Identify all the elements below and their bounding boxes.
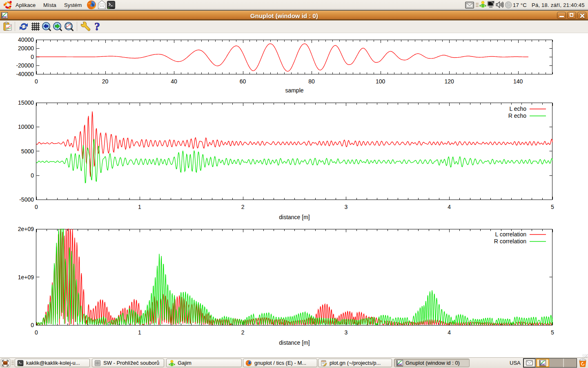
svg-text:0: 0 (31, 172, 34, 179)
svg-text:2: 2 (241, 204, 245, 210)
svg-text:0: 0 (31, 322, 34, 328)
svg-text:60: 60 (240, 78, 246, 85)
svg-text:-40000: -40000 (16, 71, 34, 77)
svg-text:sample: sample (285, 87, 303, 94)
svg-text:2e+09: 2e+09 (18, 226, 34, 232)
svg-text:-20000: -20000 (16, 62, 34, 69)
svg-text:4: 4 (448, 204, 451, 210)
svg-text:5: 5 (551, 329, 554, 336)
svg-text:distance [m]: distance [m] (279, 214, 310, 220)
svg-text:140: 140 (513, 78, 523, 85)
svg-text:20: 20 (102, 78, 109, 85)
svg-text:3: 3 (345, 329, 348, 336)
svg-text:40000: 40000 (18, 36, 34, 43)
svg-text:120: 120 (445, 78, 454, 85)
svg-text:1: 1 (138, 329, 141, 336)
svg-text:0: 0 (35, 78, 38, 85)
svg-text:R echo: R echo (508, 112, 527, 119)
svg-text:5000: 5000 (21, 148, 34, 155)
svg-text:10000: 10000 (18, 123, 34, 130)
svg-text:0: 0 (35, 204, 38, 210)
svg-text:40: 40 (171, 78, 177, 85)
svg-text:1e+09: 1e+09 (18, 274, 34, 280)
svg-text:L correlation: L correlation (495, 231, 526, 238)
svg-text:-5000: -5000 (19, 196, 34, 203)
svg-text:80: 80 (308, 78, 315, 85)
svg-text:100: 100 (376, 78, 385, 85)
svg-text:L echo: L echo (509, 105, 526, 112)
svg-text:20000: 20000 (18, 45, 34, 52)
svg-text:?: ? (94, 22, 100, 31)
svg-text:2: 2 (241, 329, 245, 336)
svg-text:0: 0 (31, 54, 34, 60)
svg-text:1: 1 (138, 204, 141, 210)
svg-text:4: 4 (448, 329, 451, 336)
svg-text:5: 5 (551, 204, 554, 210)
svg-text:15000: 15000 (18, 99, 34, 106)
svg-text:0: 0 (35, 329, 38, 336)
svg-text:3: 3 (345, 204, 348, 210)
svg-text:R correlation: R correlation (494, 238, 526, 245)
svg-text:distance [m]: distance [m] (279, 339, 310, 346)
